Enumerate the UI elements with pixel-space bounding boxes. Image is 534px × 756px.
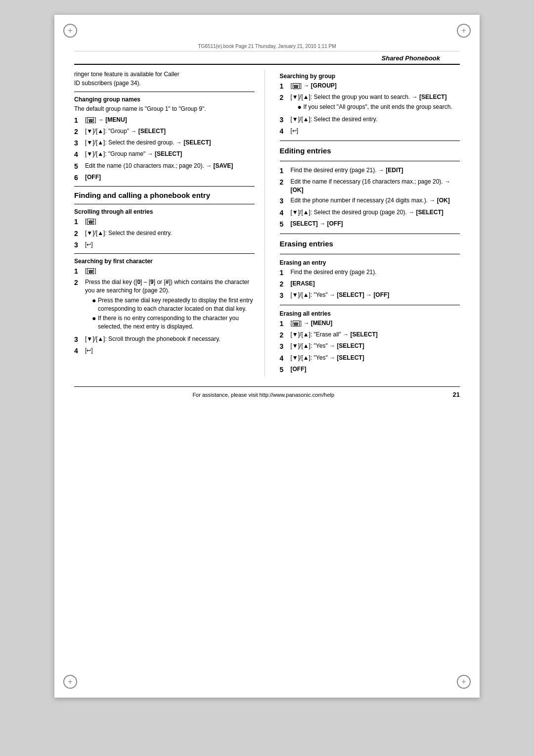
step-item: 2 [▼]/[▲]: Select the desired entry. <box>74 229 255 238</box>
page: TG6511(e).book Page 21 Thursday, January… <box>54 15 480 698</box>
divider-9 <box>280 305 460 305</box>
step-item: 4 [▼]/[▲]: "Yes" → [SELECT] <box>280 354 460 363</box>
corner-decoration-br <box>457 675 471 689</box>
page-header: Shared Phonebook <box>74 51 460 65</box>
divider-8 <box>280 254 460 254</box>
file-info: TG6511(e).book Page 21 Thursday, January… <box>74 40 460 51</box>
step-item: 5 [OFF] <box>280 365 460 374</box>
corner-decoration-tl <box>63 24 77 38</box>
divider-3 <box>74 204 255 204</box>
divider-2 <box>74 186 255 187</box>
changing-group-steps: 1 [☎] → [MENU] 2 [▼]/[▲]: "Group" → [SEL… <box>74 116 255 182</box>
step-item: 3 [▼]/[▲]: Select the desired entry. <box>280 115 460 124</box>
step-item: 1 [☎] → [GROUP] <box>280 82 460 91</box>
step-item: 4 [↩] <box>74 346 255 355</box>
erasing-entry-heading: Erasing an entry <box>280 259 460 266</box>
step-item: 1 Find the desired entry (page 21). <box>280 268 460 277</box>
step-item: 4 [▼]/[▲]: "Group name" → [SELECT] <box>74 150 255 159</box>
step-item: 3 Edit the phone number if necessary (24… <box>280 196 460 205</box>
step-item: 1 Find the desired entry (page 21). → [E… <box>280 166 460 175</box>
step-item: 3 [▼]/[▲]: "Yes" → [SELECT] <box>280 342 460 351</box>
step-item: 1 [☎] <box>74 267 255 276</box>
divider-1 <box>74 92 255 92</box>
step-item: 5 [SELECT] → [OFF] <box>280 220 460 229</box>
changing-group-desc: The default group name is "Group 1" to "… <box>74 105 255 113</box>
erasing-entry-steps: 1 Find the desired entry (page 21). 2 [E… <box>280 268 460 300</box>
page-number: 21 <box>453 391 460 398</box>
step-item: 4 [↩] <box>280 127 460 136</box>
step-item: 1 [☎] → [MENU] <box>280 319 460 328</box>
divider-7 <box>280 234 460 234</box>
changing-group-names-heading: Changing group names <box>74 96 255 103</box>
scrolling-steps: 1 [☎] 2 [▼]/[▲]: Select the desired entr… <box>74 217 255 249</box>
corner-decoration-bl <box>63 675 77 689</box>
left-column: ringer tone feature is available for Cal… <box>74 70 265 377</box>
divider-4 <box>74 253 255 254</box>
step-item: 6 [OFF] <box>74 173 255 182</box>
editing-entries-heading: Editing entries <box>280 146 460 156</box>
page-title: Shared Phonebook <box>382 54 440 62</box>
step-item: 3 [▼]/[▲]: Select the desired group. → [… <box>74 139 255 147</box>
step-item: 2 [ERASE] <box>280 280 460 288</box>
step-item: 3 [↩] <box>74 240 255 249</box>
searching-group-heading: Searching by group <box>280 73 460 80</box>
step-item: 5 Edit the name (10 characters max.; pag… <box>74 162 255 171</box>
erasing-all-heading: Erasing all entries <box>280 310 460 317</box>
searching-group-steps: 1 [☎] → [GROUP] 2 [▼]/[▲]: Select the gr… <box>280 82 460 136</box>
step-item: 4 [▼]/[▲]: Select the desired group (pag… <box>280 208 460 217</box>
page-wrapper: TG6511(e).book Page 21 Thursday, January… <box>0 0 534 756</box>
divider-5 <box>280 141 460 141</box>
bullet-item: ● If there is no entry corresponding to … <box>92 314 255 331</box>
content-area: ringer tone feature is available for Cal… <box>54 65 480 386</box>
page-footer: For assistance, please visit http://www.… <box>74 386 460 402</box>
step-item: 3 [▼]/[▲]: "Yes" → [SELECT] → [OFF] <box>280 291 460 300</box>
footer-text: For assistance, please visit http://www.… <box>74 392 453 398</box>
intro-text: ringer tone feature is available for Cal… <box>74 70 255 88</box>
finding-calling-heading: Finding and calling a phonebook entry <box>74 190 255 200</box>
step-item: 2 [▼]/[▲]: "Erase all" → [SELECT] <box>280 331 460 339</box>
erasing-entries-heading: Erasing entries <box>280 239 460 249</box>
erasing-all-steps: 1 [☎] → [MENU] 2 [▼]/[▲]: "Erase all" → … <box>280 319 460 374</box>
step-item: 3 [▼]/[▲]: Scroll through the phonebook … <box>74 335 255 344</box>
step-item: 1 [☎] <box>74 217 255 226</box>
bullet-item: ● If you select "All groups", the unit e… <box>298 103 460 111</box>
scrolling-heading: Scrolling through all entries <box>74 208 255 215</box>
searching-first-steps: 1 [☎] 2 Press the dial key ([0] – [9] or… <box>74 267 255 355</box>
bullet-item: ● Press the same dial key repeatedly to … <box>92 296 255 313</box>
searching-first-heading: Searching by first character <box>74 258 255 265</box>
step-item: 1 [☎] → [MENU] <box>74 116 255 125</box>
editing-steps: 1 Find the desired entry (page 21). → [E… <box>280 166 460 229</box>
corner-decoration-tr <box>457 24 471 38</box>
step-item: 2 [▼]/[▲]: "Group" → [SELECT] <box>74 127 255 136</box>
step-item: 2 Press the dial key ([0] – [9] or [#]) … <box>74 278 255 332</box>
step-item: 2 Edit the name if necessary (16 charact… <box>280 178 460 194</box>
step-item: 2 [▼]/[▲]: Select the group you want to … <box>280 93 460 113</box>
right-column: Searching by group 1 [☎] → [GROUP] 2 [▼]… <box>275 70 460 377</box>
divider-6 <box>280 161 460 161</box>
